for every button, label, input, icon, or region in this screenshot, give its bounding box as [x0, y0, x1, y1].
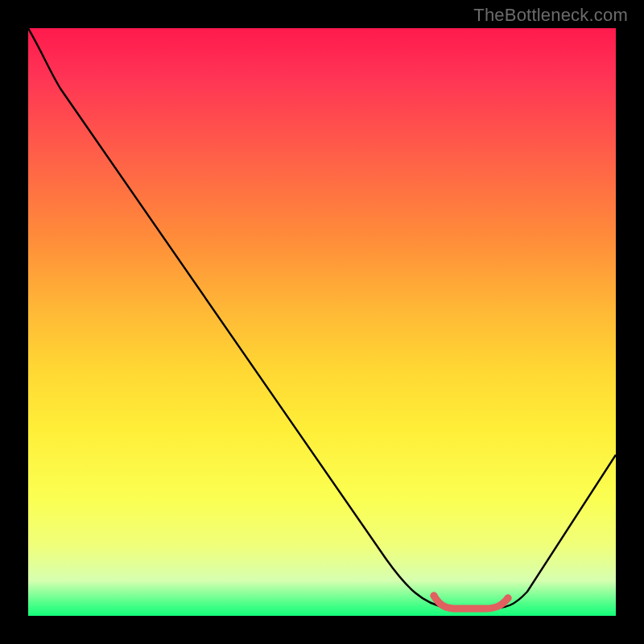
plot-area — [28, 28, 616, 616]
attribution-text: TheBottleneck.com — [473, 5, 628, 26]
bottleneck-curve — [28, 28, 616, 609]
flat-region-dot-left — [431, 592, 438, 600]
flat-region-dot-right — [505, 595, 512, 602]
flat-region-marker — [434, 596, 508, 609]
plot-svg — [28, 28, 616, 616]
chart-frame: TheBottleneck.com — [0, 0, 644, 644]
